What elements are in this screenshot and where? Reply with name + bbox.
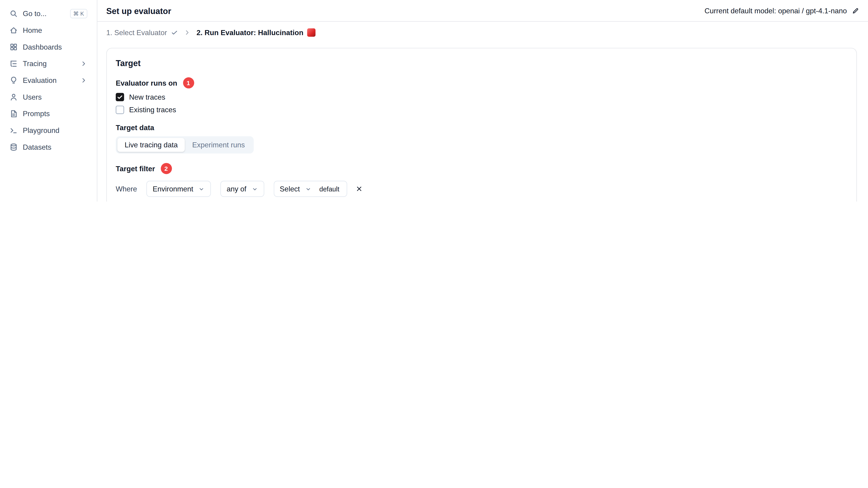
sidebar-item-home[interactable]: Home bbox=[5, 22, 91, 38]
sidebar-item-label: Playground bbox=[23, 126, 59, 134]
chevron-down-icon bbox=[305, 186, 311, 192]
default-model-info: Current default model: openai / gpt-4.1-… bbox=[705, 6, 859, 15]
chevron-down-icon bbox=[251, 186, 258, 192]
chevron-down-icon bbox=[198, 186, 205, 192]
tab-live-tracing-data[interactable]: Live tracing data bbox=[117, 138, 185, 152]
sidebar-item-label: Tracing bbox=[23, 60, 46, 68]
database-icon bbox=[9, 143, 18, 151]
home-icon bbox=[9, 26, 18, 34]
sidebar-item-evaluation[interactable]: Evaluation bbox=[5, 72, 91, 88]
file-text-icon bbox=[9, 109, 18, 118]
annotation-badge-2: 2 bbox=[160, 163, 172, 174]
target-filter-label-row: Target filter 2 bbox=[116, 163, 847, 174]
sidebar-item-label: Home bbox=[23, 26, 42, 34]
wizard-steps: 1. Select Evaluator 2. Run Evaluator: Ha… bbox=[97, 22, 868, 43]
topbar: Set up evaluator Current default model: … bbox=[97, 0, 868, 22]
sidebar-item-playground[interactable]: Playground bbox=[5, 122, 91, 138]
sidebar-item-label: Evaluation bbox=[23, 76, 57, 85]
goto-search[interactable]: Go to... ⌘ K bbox=[5, 5, 91, 22]
new-traces-checkbox[interactable] bbox=[116, 93, 124, 101]
sidebar: Go to... ⌘ K Home Dashboards Tracing Eva… bbox=[0, 0, 97, 201]
lightbulb-icon bbox=[9, 76, 18, 85]
step-label: 2. Run Evaluator: Hallucination bbox=[196, 29, 304, 37]
target-data-label: Target data bbox=[116, 124, 847, 132]
default-model-label: Current default model: openai / gpt-4.1-… bbox=[705, 6, 847, 15]
sidebar-item-label: Datasets bbox=[23, 143, 51, 151]
runs-on-label: Evaluator runs on bbox=[116, 79, 177, 87]
close-icon bbox=[355, 185, 363, 193]
main-area: Set up evaluator Current default model: … bbox=[97, 0, 868, 201]
app-window: Go to... ⌘ K Home Dashboards Tracing Eva… bbox=[0, 0, 868, 201]
target-data-label-text: Target data bbox=[116, 124, 154, 132]
sidebar-item-users[interactable]: Users bbox=[5, 89, 91, 105]
filter-selected-value: default bbox=[317, 185, 347, 193]
sidebar-item-label: Users bbox=[23, 93, 41, 101]
step-label: 1. Select Evaluator bbox=[106, 29, 167, 37]
filter-column-select[interactable]: Environment bbox=[147, 181, 211, 197]
remove-filter-button[interactable] bbox=[355, 185, 363, 193]
filter-operator-select[interactable]: any of bbox=[220, 181, 264, 197]
checkbox-label: New traces bbox=[129, 93, 165, 101]
step-run-evaluator[interactable]: 2. Run Evaluator: Hallucination bbox=[196, 29, 316, 37]
content-area: Target Evaluator runs on 1 New traces bbox=[97, 43, 868, 201]
annotation-badge-1: 1 bbox=[183, 77, 194, 88]
target-card: Target Evaluator runs on 1 New traces bbox=[106, 48, 857, 201]
check-icon bbox=[117, 94, 123, 100]
chevron-right-icon bbox=[80, 60, 88, 67]
terminal-icon bbox=[9, 126, 18, 134]
user-icon bbox=[9, 93, 18, 101]
where-label: Where bbox=[116, 185, 137, 193]
chevron-right-icon bbox=[184, 29, 191, 36]
sidebar-item-tracing[interactable]: Tracing bbox=[5, 56, 91, 72]
target-filter-label: Target filter bbox=[116, 164, 155, 173]
sidebar-item-label: Dashboards bbox=[23, 43, 62, 51]
grid-icon bbox=[9, 43, 18, 51]
target-data-tabs: Live tracing data Experiment runs bbox=[116, 136, 254, 154]
chevron-right-icon bbox=[80, 77, 88, 84]
sidebar-item-prompts[interactable]: Prompts bbox=[5, 106, 91, 122]
filter-column-value: Environment bbox=[153, 185, 193, 193]
step-select-evaluator[interactable]: 1. Select Evaluator bbox=[106, 29, 178, 37]
filter-operator-value: any of bbox=[227, 185, 246, 193]
filter-value-group: Select default bbox=[274, 181, 347, 197]
keyboard-shortcut-badge: ⌘ K bbox=[70, 9, 87, 19]
tab-experiment-runs[interactable]: Experiment runs bbox=[185, 138, 252, 152]
edit-pencil-icon[interactable] bbox=[852, 7, 859, 14]
page-title: Set up evaluator bbox=[106, 6, 171, 15]
hallucination-evaluator-icon bbox=[307, 29, 315, 37]
check-icon bbox=[171, 29, 178, 36]
sidebar-item-dashboards[interactable]: Dashboards bbox=[5, 39, 91, 55]
new-traces-option[interactable]: New traces bbox=[116, 93, 847, 101]
card-title: Target bbox=[116, 58, 847, 68]
sidebar-item-datasets[interactable]: Datasets bbox=[5, 139, 91, 155]
sidebar-item-label: Prompts bbox=[23, 109, 50, 118]
checkbox-label: Existing traces bbox=[129, 106, 176, 114]
search-icon bbox=[9, 9, 18, 18]
goto-search-label: Go to... bbox=[23, 9, 46, 18]
filter-row: Where Environment any of Select bbox=[116, 181, 847, 197]
runs-on-label-row: Evaluator runs on 1 bbox=[116, 77, 847, 88]
existing-traces-option[interactable]: Existing traces bbox=[116, 106, 847, 114]
filter-value-placeholder: Select bbox=[280, 185, 300, 193]
filter-value-select[interactable]: Select bbox=[274, 181, 317, 196]
list-tree-icon bbox=[9, 60, 18, 68]
existing-traces-checkbox[interactable] bbox=[116, 106, 124, 114]
